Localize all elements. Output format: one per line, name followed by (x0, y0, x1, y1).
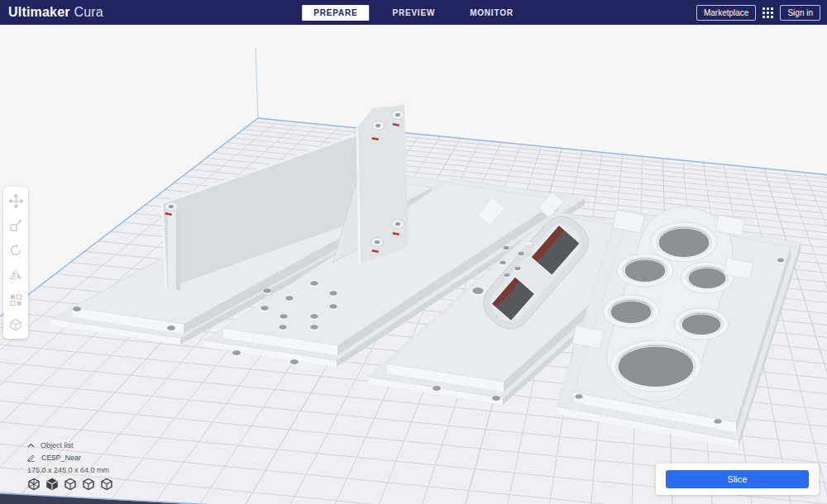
per-model-settings-icon (9, 293, 22, 307)
mirror-tool-button[interactable] (8, 268, 23, 283)
pencil-icon (27, 454, 36, 462)
rotate-tool-button[interactable] (8, 243, 23, 258)
sign-in-button[interactable]: Sign in (780, 5, 820, 21)
scale-tool-button[interactable] (8, 218, 23, 233)
chevron-up-icon (27, 443, 35, 448)
tab-monitor[interactable]: MONITOR (458, 5, 525, 21)
support-blocker-icon (9, 318, 22, 331)
slice-panel: Slice (656, 464, 819, 495)
object-list-panel: Object list CE5P_Near 175.0 x 245.0 x 64… (27, 439, 113, 491)
view-tools-toolbar (3, 187, 28, 339)
per-model-settings-tool-button[interactable] (8, 292, 23, 307)
viewport-3d[interactable] (0, 25, 827, 504)
support-blocker-tool-button[interactable] (8, 317, 23, 332)
tab-preview[interactable]: PREVIEW (380, 5, 447, 21)
move-icon (9, 194, 23, 208)
object-list-toggle[interactable]: Object list (27, 439, 113, 451)
model-name: CE5P_Near (41, 454, 81, 462)
object-cube-icon[interactable] (100, 478, 113, 491)
model-dimensions: 175.0 x 245.0 x 64.0 mm (27, 466, 113, 474)
logo-cura: Cura (74, 5, 103, 19)
mirror-icon (9, 269, 22, 282)
object-list-label: Object list (41, 441, 74, 449)
logo-ultimaker: Ultimaker (8, 5, 70, 19)
object-cube-icon[interactable] (82, 478, 95, 491)
tab-prepare[interactable]: PREPARE (302, 5, 369, 21)
object-thumbnails-row (27, 478, 113, 491)
selected-model-row[interactable]: CE5P_Near (27, 451, 113, 464)
slice-button[interactable]: Slice (666, 470, 809, 488)
marketplace-button[interactable]: Marketplace (696, 5, 756, 21)
stage-tabs: PREPARE PREVIEW MONITOR (302, 0, 525, 25)
move-tool-button[interactable] (8, 193, 23, 208)
app-logo: Ultimaker Cura (8, 5, 103, 20)
rotate-icon (9, 244, 22, 257)
object-cube-icon[interactable] (27, 478, 41, 491)
cura-window: { "header": { "logo_bold": "Ultimaker", … (0, 0, 827, 504)
apps-grid-icon[interactable] (762, 7, 773, 18)
object-cube-icon[interactable] (64, 478, 77, 491)
scale-icon (9, 219, 22, 232)
object-cube-icon[interactable] (45, 478, 59, 491)
